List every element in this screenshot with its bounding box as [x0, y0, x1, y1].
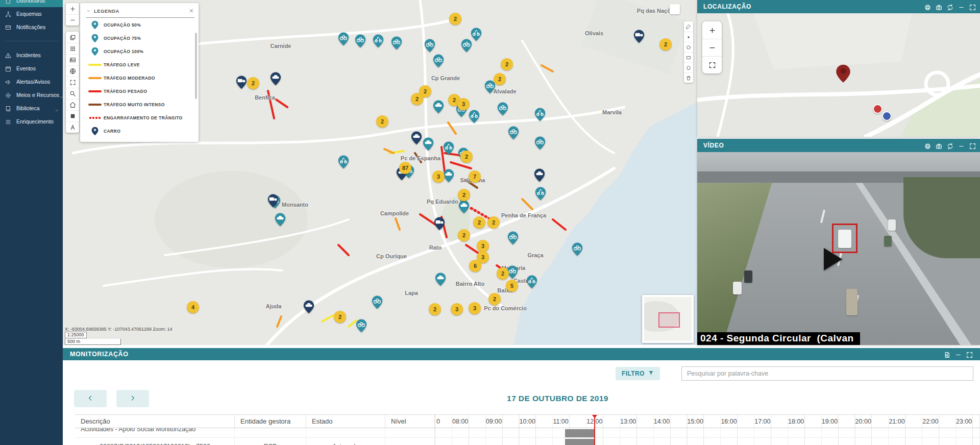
sidebar-item-eventos[interactable]: Eventos — [0, 62, 63, 75]
printer-icon[interactable] — [924, 142, 931, 149]
map-pin-truck-navy[interactable] — [267, 193, 279, 208]
map-cluster-marker[interactable]: 87 — [399, 162, 411, 174]
expand-icon[interactable] — [966, 351, 973, 358]
location-pin[interactable] — [836, 64, 851, 84]
map-pin-bike-teal[interactable] — [338, 32, 349, 46]
map-cluster-marker[interactable]: 2 — [458, 189, 470, 201]
map-home-icon[interactable] — [66, 99, 79, 110]
overview-inset-map[interactable] — [642, 295, 694, 343]
map-pin-bike-teal[interactable] — [356, 318, 367, 333]
sidebar-item-dashboards[interactable]: Dashboards — [0, 0, 63, 7]
minus-icon[interactable] — [958, 4, 965, 10]
map-pin-car-teal[interactable] — [458, 200, 470, 214]
video-player[interactable]: 024 - Segunda Circular (Calvan — [697, 152, 980, 345]
map-pin-car-navy[interactable] — [303, 300, 314, 314]
map-pin-bike-teal[interactable] — [424, 38, 435, 53]
map-fontA-icon[interactable] — [66, 121, 79, 133]
map-cluster-marker[interactable]: 2 — [494, 73, 506, 85]
map-pin-bike-teal[interactable] — [497, 102, 508, 116]
main-map[interactable]: Pq das NaçõesOlivaisCarnideCp GrandeAlva… — [63, 0, 697, 345]
search-input[interactable] — [681, 366, 973, 381]
expand-icon[interactable] — [969, 142, 976, 149]
column-entidade[interactable]: Entidade gestora — [235, 415, 306, 428]
map-cluster-marker[interactable]: 2 — [247, 77, 259, 89]
play-icon[interactable] — [824, 248, 842, 270]
map-pin-scooter-teal[interactable] — [471, 27, 482, 41]
map-pin-bike-teal[interactable] — [507, 231, 519, 245]
map-grid-icon[interactable] — [66, 43, 79, 54]
loc-extent-icon[interactable] — [702, 56, 722, 73]
filtro-button[interactable]: FILTRO — [616, 367, 660, 380]
map-pin-bike-teal[interactable] — [572, 242, 583, 256]
sidebar-item-enriquecimento[interactable]: Enriquecimento — [0, 115, 63, 128]
map-cluster-marker[interactable]: 3 — [469, 302, 481, 314]
close-icon[interactable] — [189, 8, 194, 14]
map-cluster-marker[interactable]: 2 — [488, 293, 501, 305]
sidebar-item-incidentes[interactable]: Incidentes — [0, 48, 63, 62]
gantt-bar[interactable] — [565, 429, 594, 437]
expand-icon[interactable] — [969, 4, 976, 10]
map-cluster-marker[interactable]: 2 — [376, 115, 388, 128]
map-cluster-marker[interactable]: 2 — [487, 216, 500, 229]
map-cluster-marker[interactable]: 2 — [334, 311, 346, 323]
draw-polygon-icon[interactable] — [684, 62, 693, 72]
map-cluster-marker[interactable]: 5 — [506, 280, 518, 292]
map-pin-car-teal[interactable] — [435, 272, 446, 286]
draw-point-icon[interactable] — [684, 32, 693, 42]
map-plus-icon[interactable] — [66, 3, 79, 14]
table-row[interactable]: Actividades - Apoio Social Monitorização — [75, 428, 980, 438]
loc-plus-icon[interactable] — [702, 21, 722, 39]
column-estado[interactable]: Estado — [306, 415, 385, 428]
refresh-icon[interactable] — [947, 4, 953, 10]
map-pin-scooter-teal[interactable] — [526, 275, 537, 289]
map-cluster-marker[interactable]: 2 — [460, 151, 473, 163]
sidebar-item-alertas-avisos[interactable]: Alertas/Avisos — [0, 75, 63, 88]
map-pin-car-teal[interactable] — [433, 100, 444, 114]
draw-pencil-icon[interactable] — [684, 21, 693, 32]
map-layers-icon[interactable] — [66, 32, 79, 43]
draw-circleO-icon[interactable] — [684, 42, 693, 52]
legend-scrollbar[interactable] — [195, 33, 197, 99]
map-cluster-marker[interactable]: 3 — [432, 170, 445, 183]
map-cluster-marker[interactable]: 2 — [473, 216, 485, 229]
localizacao-map[interactable] — [697, 13, 980, 137]
map-square-icon[interactable] — [66, 110, 79, 121]
draw-trash-icon[interactable] — [684, 72, 693, 83]
map-pin-bike-teal[interactable] — [355, 34, 366, 48]
map-pin-bike-teal[interactable] — [433, 54, 444, 68]
refresh-icon[interactable] — [947, 142, 953, 149]
map-cluster-marker[interactable]: 6 — [469, 260, 481, 272]
map-cluster-marker[interactable]: 3 — [451, 303, 463, 315]
resource-badge-blue[interactable] — [882, 111, 892, 121]
minus-icon[interactable] — [958, 142, 965, 149]
map-pin-scooter-teal[interactable] — [338, 155, 349, 169]
minus-icon[interactable] — [955, 351, 962, 358]
printer-icon[interactable] — [924, 4, 931, 10]
map-pin-car-teal[interactable] — [275, 212, 286, 227]
map-minus-icon[interactable] — [66, 14, 79, 26]
camera-icon[interactable] — [936, 142, 942, 149]
map-cluster-marker[interactable]: 7 — [469, 170, 481, 183]
draw-rectO-icon[interactable] — [684, 52, 693, 62]
map-globe-icon[interactable] — [66, 65, 79, 77]
map-pin-scooter-teal[interactable] — [443, 141, 454, 155]
map-pin-truck-navy[interactable] — [434, 216, 445, 231]
sidebar-item-notifica-es[interactable]: Notificações — [0, 20, 63, 34]
map-pin-truck-navy[interactable] — [236, 75, 247, 89]
map-cluster-marker[interactable]: 2 — [411, 93, 423, 105]
sidebar-item-meios-e-recursos[interactable]: Meios e Recursos — [0, 88, 63, 102]
table-row[interactable]: 62887/O/2019(1353817102019) - 7500 -RSBA… — [75, 438, 980, 445]
map-pin-scooter-teal[interactable] — [373, 34, 384, 48]
sidebar-item-esquemas[interactable]: Esquemas — [0, 7, 63, 20]
map-pin-scooter-teal[interactable] — [534, 107, 546, 121]
column-descricao[interactable]: Descrição — [75, 415, 235, 428]
map-pin-scooter-teal[interactable] — [469, 109, 480, 123]
map-pin-bike-teal[interactable] — [372, 295, 383, 309]
chevron-down-icon[interactable] — [86, 9, 91, 14]
overview-toggle-button[interactable] — [670, 4, 680, 14]
map-pin-bike-teal[interactable] — [508, 126, 519, 140]
incident-badge-red[interactable] — [873, 104, 883, 114]
map-pin-scooter-teal[interactable] — [535, 186, 546, 201]
map-pin-car-teal[interactable] — [443, 168, 454, 183]
column-nivel[interactable]: Nível — [385, 415, 435, 428]
